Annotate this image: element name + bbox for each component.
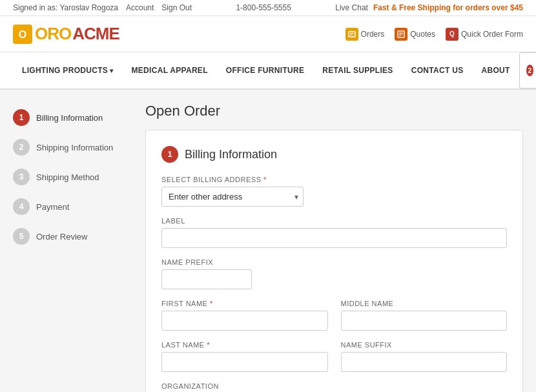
logo-acme: ACME	[72, 24, 119, 44]
main-content: 1 Billing Information 2 Shipping Informa…	[0, 90, 536, 392]
middle-name-label: Middle name	[341, 300, 508, 307]
sidebar-step-4[interactable]: 4 Payment	[13, 192, 132, 222]
logo[interactable]: O OROACME	[13, 24, 119, 44]
quotes-label: Quotes	[410, 30, 435, 39]
name-suffix-input[interactable]	[341, 352, 508, 372]
top-bar-right: Live Chat Fast & Free Shipping for order…	[335, 3, 523, 12]
quick-order-label: Quick Order Form	[461, 30, 523, 39]
step-1-circle: 1	[13, 109, 30, 126]
step-5-label: Order Review	[36, 232, 87, 242]
first-middle-name-row: First name * Middle name	[161, 300, 507, 341]
nav-retail[interactable]: RETAIL SUPPLIES	[313, 57, 402, 85]
middle-name-group: Middle name	[341, 300, 508, 331]
step-4-circle: 4	[13, 198, 30, 215]
sidebar-step-2[interactable]: 2 Shipping Information	[13, 132, 132, 162]
account-link[interactable]: Account	[126, 3, 154, 12]
billing-section: 1 Billing Information SELECT BILLING ADD…	[145, 130, 523, 392]
signed-in-text: Signed in as: Yaroslav Rogoza	[13, 3, 118, 12]
top-bar: Signed in as: Yaroslav Rogoza Account Si…	[0, 0, 536, 16]
nav-office[interactable]: OFFICE FURNITURE	[217, 57, 313, 85]
last-suffix-name-row: Last name * Name suffix	[161, 341, 507, 382]
billing-step-icon: 1	[161, 146, 178, 163]
middle-name-input[interactable]	[341, 311, 508, 331]
live-chat-link[interactable]: Live Chat	[335, 3, 368, 12]
label-group: Label	[161, 217, 507, 248]
label-input[interactable]	[161, 228, 507, 248]
name-prefix-input[interactable]	[161, 269, 252, 289]
name-suffix-label: Name suffix	[341, 341, 508, 349]
quick-order-icon: Q	[446, 28, 459, 41]
first-name-label: First name *	[161, 300, 328, 307]
billing-section-header: 1 Billing Information	[161, 146, 507, 163]
name-prefix-group: Name prefix	[161, 258, 252, 289]
step-1-label: Billing Information	[36, 113, 103, 123]
header-right: Orders Quotes Q Quick Order Form	[345, 28, 523, 41]
sign-out-link[interactable]: Sign Out	[161, 3, 192, 12]
logo-icon: O	[13, 25, 32, 44]
quotes-button[interactable]: Quotes	[395, 28, 435, 41]
billing-address-label: SELECT BILLING ADDRESS *	[161, 176, 507, 183]
page-title: Open Order	[145, 103, 523, 119]
nav-about[interactable]: ABOUT	[472, 57, 519, 85]
sidebar: 1 Billing Information 2 Shipping Informa…	[13, 103, 132, 392]
sidebar-step-3[interactable]: 3 Shipping Method	[13, 162, 132, 192]
billing-address-group: SELECT BILLING ADDRESS * Enter other add…	[161, 176, 507, 207]
quotes-icon	[395, 28, 407, 41]
shopping-lists-badge: 2	[526, 65, 534, 76]
step-2-label: Shipping Information	[36, 143, 113, 152]
step-3-circle: 3	[13, 169, 30, 185]
svg-text:O: O	[19, 29, 26, 40]
top-bar-left: Signed in as: Yaroslav Rogoza Account Si…	[13, 3, 192, 12]
nav: LIGHTING PRODUCTS MEDICAL APPAREL OFFICE…	[0, 52, 536, 90]
nav-contact[interactable]: CONTACT US	[402, 57, 473, 85]
orders-label: Orders	[361, 30, 385, 39]
billing-address-select-wrapper: Enter other address ▾	[161, 187, 304, 207]
nav-medical[interactable]: MEDICAL APPAREL	[123, 57, 217, 85]
last-name-input[interactable]	[161, 352, 328, 372]
sidebar-step-5[interactable]: 5 Order Review	[13, 222, 132, 251]
orders-icon	[345, 28, 358, 41]
step-5-circle: 5	[13, 228, 30, 245]
quick-order-button[interactable]: Q Quick Order Form	[446, 28, 523, 41]
logo-oro: ORO	[35, 24, 71, 44]
first-name-group: First name *	[161, 300, 328, 331]
name-prefix-label: Name prefix	[161, 258, 252, 266]
label-field-label: Label	[161, 217, 507, 225]
content-area: Open Order 1 Billing Information SELECT …	[145, 103, 523, 392]
name-suffix-group: Name suffix	[341, 341, 508, 372]
step-4-label: Payment	[36, 202, 69, 212]
phone-number: 1-800-555-5555	[236, 3, 291, 12]
promo-text: Fast & Free Shipping for orders over $45	[373, 3, 523, 12]
billing-address-select[interactable]: Enter other address	[161, 187, 304, 207]
orders-button[interactable]: Orders	[345, 28, 385, 41]
last-name-label: Last name *	[161, 341, 328, 349]
organization-label: Organization	[161, 382, 507, 390]
first-name-input[interactable]	[161, 311, 328, 331]
nav-lighting[interactable]: LIGHTING PRODUCTS	[13, 57, 123, 85]
header: O OROACME Orders Quotes Q Quick Order Fo…	[0, 16, 536, 52]
last-name-group: Last name *	[161, 341, 328, 372]
svg-rect-2	[349, 32, 355, 37]
step-3-label: Shipping Method	[36, 172, 99, 182]
organization-group: Organization	[161, 382, 507, 392]
sidebar-step-1[interactable]: 1 Billing Information	[13, 103, 132, 132]
shopping-lists-button[interactable]: 2 2 Shopping Lists ▾	[519, 52, 536, 88]
step-2-circle: 2	[13, 139, 30, 156]
billing-section-title: Billing Information	[185, 148, 277, 161]
